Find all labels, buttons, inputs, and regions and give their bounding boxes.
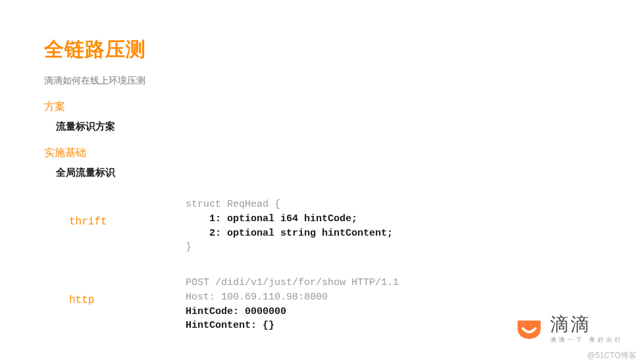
page-subtitle: 滴滴如何在线上环境压测: [44, 75, 643, 87]
section-header-basis: 实施基础: [44, 146, 643, 160]
code-block-thrift: struct ReqHead { 1: optional i64 hintCod…: [136, 197, 393, 255]
http-line-4: HintContent: {}: [186, 320, 274, 331]
didi-logo-icon: [515, 315, 544, 344]
code-row-thrift: thrift struct ReqHead { 1: optional i64 …: [44, 197, 643, 255]
section-item-plan: 流量标识方案: [56, 120, 643, 133]
watermark: @51CTO博客: [587, 350, 636, 361]
http-line-1: POST /didi/v1/just/for/show HTTP/1.1: [186, 277, 399, 288]
http-line-3: HintCode: 0000000: [186, 306, 286, 317]
http-line-2: Host: 100.69.110.98:8000: [186, 292, 328, 303]
thrift-line-2: 1: optional i64 hintCode;: [186, 213, 357, 224]
thrift-line-1: struct ReqHead {: [186, 199, 280, 210]
thrift-line-4: }: [186, 242, 192, 253]
code-label-thrift: thrift: [44, 197, 136, 228]
page-title: 全链路压测: [44, 36, 643, 63]
code-label-http: http: [44, 276, 136, 306]
code-block-http: POST /didi/v1/just/for/show HTTP/1.1 Hos…: [136, 276, 399, 333]
logo-main-text: 滴滴: [550, 315, 623, 334]
thrift-line-3: 2: optional string hintContent;: [186, 228, 393, 239]
brand-logo: 滴滴 滴滴一下 美好出行: [515, 315, 623, 344]
logo-text-wrap: 滴滴 滴滴一下 美好出行: [550, 315, 623, 344]
section-header-plan: 方案: [44, 100, 643, 114]
section-item-basis: 全局流量标识: [56, 167, 643, 179]
slide-container: 全链路压测 滴滴如何在线上环境压测 方案 流量标识方案 实施基础 全局流量标识 …: [0, 0, 643, 333]
logo-sub-text: 滴滴一下 美好出行: [550, 336, 623, 344]
